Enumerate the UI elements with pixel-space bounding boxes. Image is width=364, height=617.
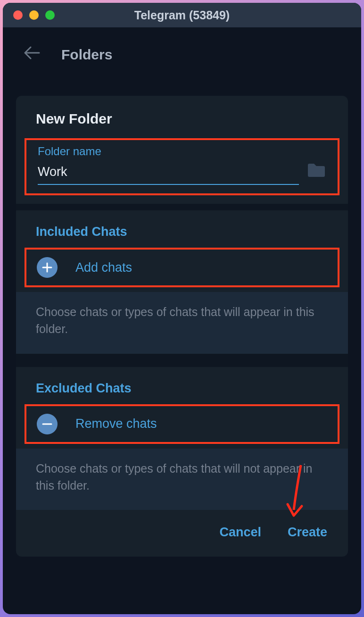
plus-icon xyxy=(37,257,58,278)
excluded-description: Choose chats or types of chats that will… xyxy=(16,449,348,510)
included-chats-title: Included Chats xyxy=(16,210,348,243)
page-header: Folders xyxy=(3,27,361,82)
titlebar: Telegram (53849) xyxy=(3,3,361,27)
section-spacer xyxy=(16,354,348,367)
folder-name-label: Folder name xyxy=(38,145,326,158)
minus-icon xyxy=(37,414,58,434)
folder-name-field-highlight: Folder name xyxy=(25,138,339,195)
add-chats-button[interactable]: Add chats xyxy=(25,248,339,287)
back-button[interactable] xyxy=(24,46,40,63)
folder-icon[interactable] xyxy=(306,162,326,180)
included-description: Choose chats or types of chats that will… xyxy=(16,292,348,354)
excluded-chats-title: Excluded Chats xyxy=(16,367,348,400)
close-window-button[interactable] xyxy=(13,10,23,20)
cancel-button[interactable]: Cancel xyxy=(219,525,261,540)
window-title: Telegram (53849) xyxy=(3,8,361,22)
add-chats-label: Add chats xyxy=(75,260,132,275)
dialog-footer: Cancel Create xyxy=(16,510,348,557)
maximize-window-button[interactable] xyxy=(45,10,55,20)
section-divider xyxy=(16,204,348,210)
page-title: Folders xyxy=(61,47,112,63)
app-window: Telegram (53849) Folders New Folder Fold… xyxy=(3,3,361,614)
remove-chats-button[interactable]: Remove chats xyxy=(25,404,339,444)
folder-name-input-row xyxy=(38,162,326,185)
folder-name-input[interactable] xyxy=(38,162,299,185)
traffic-lights xyxy=(3,10,55,20)
new-folder-title: New Folder xyxy=(16,96,348,138)
new-folder-card: New Folder Folder name Included Chats Ad… xyxy=(16,96,348,557)
create-button[interactable]: Create xyxy=(288,525,327,540)
remove-chats-label: Remove chats xyxy=(75,417,157,431)
minimize-window-button[interactable] xyxy=(29,10,39,20)
